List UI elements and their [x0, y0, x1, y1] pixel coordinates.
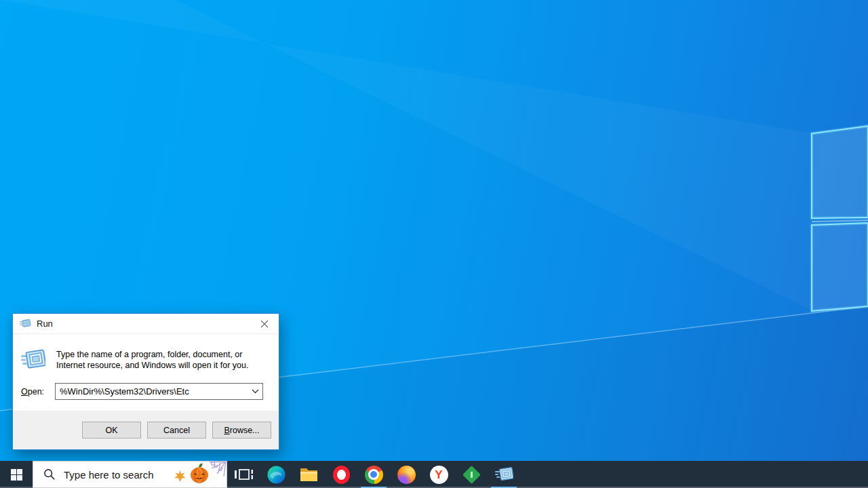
open-input[interactable]	[56, 384, 248, 399]
windows-start-icon	[11, 469, 22, 481]
taskbar-app-green-diamond[interactable]	[455, 461, 488, 488]
taskbar-app-run[interactable]	[488, 461, 520, 488]
run-icon	[20, 319, 31, 329]
taskbar-app-firefox[interactable]	[390, 461, 422, 488]
run-flying-window-icon	[21, 348, 45, 371]
taskbar: Y	[0, 461, 868, 488]
spiderweb-icon	[209, 462, 226, 480]
cancel-button[interactable]: Cancel	[147, 422, 206, 439]
task-view-button[interactable]	[227, 461, 260, 488]
combobox-dropdown-button[interactable]	[248, 384, 262, 399]
taskbar-app-file-explorer[interactable]	[292, 461, 325, 488]
start-button[interactable]	[0, 461, 33, 488]
file-explorer-icon	[300, 467, 318, 483]
run-dialog-titlebar[interactable]: Run	[13, 314, 279, 334]
search-input[interactable]	[62, 468, 167, 481]
open-combobox	[55, 383, 263, 400]
opera-icon	[333, 466, 350, 484]
dialog-footer: OK Cancel Browse...	[13, 411, 279, 449]
dialog-body: Type the name of a program, folder, docu…	[13, 334, 279, 411]
ok-button[interactable]: OK	[82, 422, 141, 439]
close-button[interactable]	[250, 314, 279, 333]
taskbar-app-chrome[interactable]	[357, 461, 390, 488]
taskbar-app-opera[interactable]	[325, 461, 357, 488]
yandex-browser-icon: Y	[430, 466, 448, 484]
autumn-leaf-icon	[174, 470, 186, 485]
taskbar-search[interactable]	[33, 461, 227, 488]
task-view-icon	[235, 466, 253, 483]
green-diamond-app-icon	[462, 466, 481, 484]
browse-button[interactable]: Browse...	[212, 422, 271, 439]
search-icon	[43, 468, 56, 481]
microsoft-edge-icon	[267, 466, 285, 484]
pumpkin-icon	[189, 462, 210, 487]
close-icon	[260, 320, 269, 328]
dialog-title: Run	[37, 319, 53, 329]
open-label: Open:	[21, 387, 55, 396]
dialog-description: Type the name of a program, folder, docu…	[56, 350, 268, 371]
chevron-down-icon	[252, 389, 259, 394]
run-dialog: Run Type the name of a p	[12, 313, 279, 450]
chrome-icon	[365, 466, 383, 484]
taskbar-app-edge[interactable]	[260, 461, 292, 488]
run-taskbar-icon	[495, 466, 513, 483]
taskbar-app-yandex[interactable]: Y	[422, 461, 455, 488]
firefox-icon	[397, 466, 416, 484]
